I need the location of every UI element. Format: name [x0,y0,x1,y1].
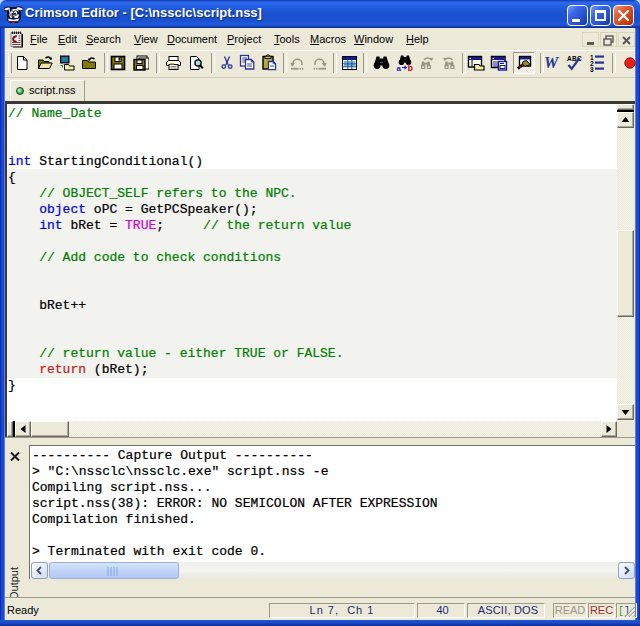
svg-text:ABC: ABC [567,55,582,62]
svg-text:a: a [397,64,402,73]
svg-text:b: b [408,63,414,72]
svg-text:3: 3 [590,66,594,72]
